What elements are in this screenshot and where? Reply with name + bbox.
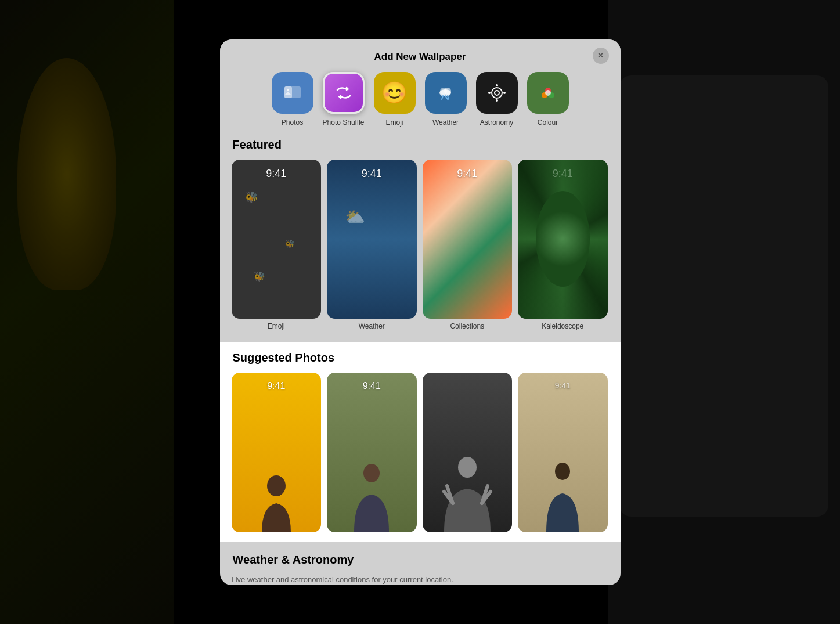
weather-icon: [425, 72, 467, 114]
weather-label: Weather: [432, 118, 459, 127]
time-label-0: 9:41: [266, 168, 286, 180]
modal-title: Add New Wallpaper: [374, 51, 466, 63]
modal-overlay: Add New Wallpaper ✕ Photos: [0, 0, 840, 624]
photos-icon: [272, 72, 313, 114]
featured-thumb-2: 9:41: [423, 160, 513, 319]
featured-item-3[interactable]: 9:41 Kaleidoscope: [518, 160, 608, 331]
suggested-thumb-2: [423, 373, 513, 532]
type-item-astronomy[interactable]: Astronomy: [476, 72, 518, 127]
svg-point-2: [287, 89, 289, 91]
suggested-time-3: 9:41: [555, 381, 571, 390]
photo-shuffle-label: Photo Shuffle: [323, 118, 365, 127]
modal-header: Add New Wallpaper ✕: [220, 39, 621, 72]
weather-astronomy-section: Weather & Astronomy Live weather and ast…: [220, 553, 621, 585]
type-item-emoji[interactable]: 😊 Emoji: [374, 72, 416, 127]
colour-label: Colour: [538, 118, 558, 127]
add-wallpaper-modal: Add New Wallpaper ✕ Photos: [220, 39, 621, 585]
featured-section: Featured 9:41 🐝 🐝 🐝 Emoji: [220, 138, 621, 331]
featured-grid: 9:41 🐝 🐝 🐝 Emoji 9:41 ⛅ We: [232, 160, 609, 331]
svg-point-10: [488, 92, 491, 94]
featured-label-0: Emoji: [232, 322, 322, 330]
featured-label-2: Collections: [423, 322, 513, 330]
svg-point-11: [503, 92, 506, 94]
suggested-photos-section: Suggested Photos 9:41: [220, 342, 621, 542]
close-button[interactable]: ✕: [593, 48, 609, 64]
suggested-thumb-1: 9:41: [327, 373, 417, 532]
featured-label-3: Kaleidoscope: [518, 322, 608, 330]
emoji-icon: 😊: [374, 72, 416, 114]
svg-point-9: [496, 99, 498, 102]
suggested-item-0[interactable]: 9:41: [232, 373, 322, 532]
featured-thumb-0: 9:41 🐝 🐝 🐝: [232, 160, 322, 319]
modal-body[interactable]: Featured 9:41 🐝 🐝 🐝 Emoji: [220, 138, 621, 585]
svg-point-15: [545, 90, 551, 96]
svg-point-23: [555, 463, 570, 480]
time-label-1: 9:41: [362, 168, 382, 180]
svg-point-6: [492, 88, 502, 98]
suggested-photos-title: Suggested Photos: [232, 351, 609, 365]
wallpaper-types-row: Photos Photo Shuffle 😊 Emoji: [220, 72, 621, 138]
suggested-time-1: 9:41: [363, 381, 381, 391]
featured-thumb-3: 9:41: [518, 160, 608, 319]
weather-astronomy-title: Weather & Astronomy: [232, 553, 609, 567]
svg-point-16: [267, 475, 286, 496]
featured-label-1: Weather: [327, 322, 417, 330]
time-label-2: 9:41: [457, 168, 477, 180]
svg-point-17: [363, 464, 380, 482]
suggested-item-2[interactable]: [423, 373, 513, 532]
svg-point-7: [495, 91, 499, 95]
suggested-item-3[interactable]: 9:41: [518, 373, 608, 532]
type-item-photo-shuffle[interactable]: Photo Shuffle: [323, 72, 365, 127]
photos-label: Photos: [282, 118, 303, 127]
svg-point-18: [458, 457, 477, 478]
suggested-thumb-3: 9:41: [518, 373, 608, 532]
colour-icon: [527, 72, 569, 114]
type-item-photos[interactable]: Photos: [272, 72, 313, 127]
astronomy-label: Astronomy: [480, 118, 513, 127]
type-item-weather[interactable]: Weather: [425, 72, 467, 127]
suggested-photos-grid: 9:41 9:41: [232, 373, 609, 532]
suggested-thumb-0: 9:41: [232, 373, 322, 532]
featured-item-0[interactable]: 9:41 🐝 🐝 🐝 Emoji: [232, 160, 322, 331]
featured-item-2[interactable]: 9:41 Collections: [423, 160, 513, 331]
svg-point-8: [496, 84, 498, 86]
suggested-item-1[interactable]: 9:41: [327, 373, 417, 532]
featured-title: Featured: [232, 138, 609, 152]
type-item-colour[interactable]: Colour: [527, 72, 569, 127]
photo-shuffle-icon: [323, 72, 365, 114]
featured-thumb-1: 9:41 ⛅: [327, 160, 417, 319]
suggested-time-0: 9:41: [267, 381, 285, 391]
astronomy-icon: [476, 72, 518, 114]
featured-item-1[interactable]: 9:41 ⛅ Weather: [327, 160, 417, 331]
weather-subtitle: Live weather and astronomical conditions…: [232, 575, 609, 585]
emoji-label: Emoji: [385, 118, 403, 127]
